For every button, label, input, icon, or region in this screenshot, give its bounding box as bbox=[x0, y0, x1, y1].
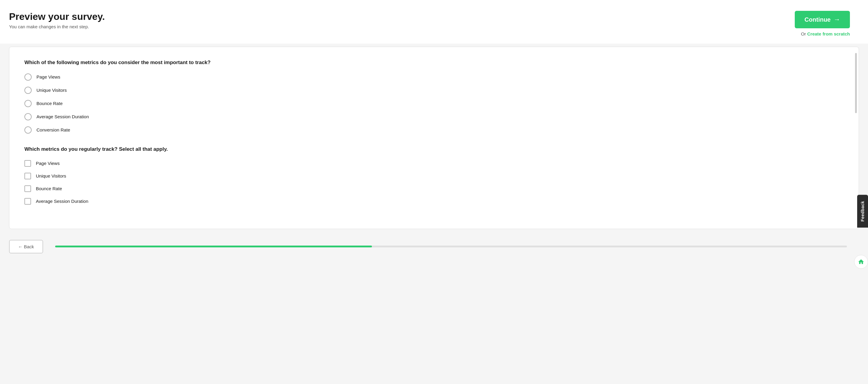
question-2-title: Which metrics do you regularly track? Se… bbox=[24, 146, 844, 153]
home-icon bbox=[858, 258, 864, 265]
page-title: Preview your survey. bbox=[9, 11, 105, 22]
checkbox-4 bbox=[24, 198, 31, 205]
feedback-tab[interactable]: Feedback bbox=[857, 195, 868, 228]
create-scratch-area: Or Create from scratch bbox=[801, 31, 850, 36]
radio-option-unique-visitors[interactable]: Unique Visitors bbox=[24, 87, 844, 94]
checkbox-option-avg-session-duration[interactable]: Average Session Duration bbox=[24, 198, 844, 205]
radio-circle-3 bbox=[24, 100, 32, 107]
radio-option-bounce-rate[interactable]: Bounce Rate bbox=[24, 100, 844, 107]
arrow-right-icon: → bbox=[834, 15, 840, 24]
question-1-section: Which of the following metrics do you co… bbox=[24, 59, 844, 134]
checkbox-label-unique-visitors: Unique Visitors bbox=[36, 173, 66, 178]
checkbox-1 bbox=[24, 160, 31, 167]
radio-circle-4 bbox=[24, 113, 32, 120]
option-label-page-views: Page Views bbox=[36, 74, 60, 79]
bottom-bar: ← Back bbox=[0, 235, 868, 258]
continue-button[interactable]: Continue → bbox=[795, 11, 850, 28]
checkbox-2 bbox=[24, 173, 31, 179]
home-icon-button[interactable] bbox=[854, 255, 868, 269]
scrollbar[interactable] bbox=[855, 53, 857, 113]
continue-button-label: Continue bbox=[804, 16, 831, 23]
question-2-section: Which metrics do you regularly track? Se… bbox=[24, 146, 844, 205]
option-label-unique-visitors: Unique Visitors bbox=[36, 88, 67, 93]
checkbox-option-page-views[interactable]: Page Views bbox=[24, 160, 844, 167]
option-label-avg-session: Average Session Duration bbox=[36, 114, 89, 119]
checkbox-3 bbox=[24, 185, 31, 192]
checkbox-label-avg-session: Average Session Duration bbox=[36, 199, 88, 204]
header-right: Continue → Or Create from scratch bbox=[795, 11, 850, 36]
checkbox-option-bounce-rate[interactable]: Bounce Rate bbox=[24, 185, 844, 192]
option-label-bounce-rate: Bounce Rate bbox=[36, 101, 63, 106]
radio-circle-1 bbox=[24, 73, 32, 81]
radio-option-conversion-rate[interactable]: Conversion Rate bbox=[24, 127, 844, 134]
radio-circle-5 bbox=[24, 127, 32, 134]
radio-option-page-views[interactable]: Page Views bbox=[24, 73, 844, 81]
radio-circle-2 bbox=[24, 87, 32, 94]
back-button[interactable]: ← Back bbox=[9, 240, 43, 253]
progress-bar-container bbox=[55, 246, 847, 247]
header-left: Preview your survey. You can make change… bbox=[9, 11, 105, 29]
question-1-title: Which of the following metrics do you co… bbox=[24, 59, 844, 66]
survey-preview-container: Which of the following metrics do you co… bbox=[9, 47, 859, 229]
progress-bar-fill bbox=[55, 246, 372, 247]
page-header: Preview your survey. You can make change… bbox=[0, 0, 868, 44]
checkbox-label-bounce-rate: Bounce Rate bbox=[36, 186, 62, 191]
create-from-scratch-link[interactable]: Create from scratch bbox=[807, 31, 850, 36]
checkbox-option-unique-visitors[interactable]: Unique Visitors bbox=[24, 173, 844, 179]
radio-option-avg-session[interactable]: Average Session Duration bbox=[24, 113, 844, 120]
option-label-conversion-rate: Conversion Rate bbox=[36, 127, 70, 132]
or-prefix: Or bbox=[801, 31, 807, 36]
page-subtitle: You can make changes in the next step. bbox=[9, 24, 105, 29]
checkbox-label-page-views: Page Views bbox=[36, 161, 60, 166]
